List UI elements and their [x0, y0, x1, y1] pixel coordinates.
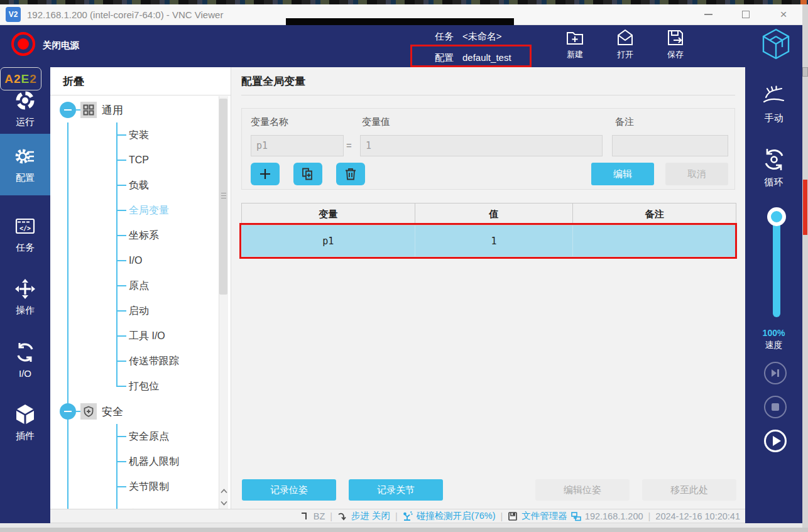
tree-item-io[interactable]: I/O: [50, 251, 214, 270]
open-button[interactable]: 打开: [606, 28, 645, 65]
collapse-toggle-icon[interactable]: [60, 102, 76, 118]
tree-root-label: 安全: [102, 404, 123, 419]
speed-readout: 100% 速度: [745, 328, 802, 351]
tree-scrollbar-thumb[interactable]: [219, 99, 227, 295]
tree-item-tcp[interactable]: TCP: [50, 151, 214, 170]
config-tree-panel: 折叠 通用 安装 TCP 负载 全局变量 坐标系 I/O 原点 启动 工具 I/…: [50, 67, 231, 509]
cancel-button[interactable]: 取消: [665, 163, 728, 185]
sidebar-label: 配置: [16, 172, 35, 184]
tree-item-home[interactable]: 原点: [50, 276, 214, 295]
sidebar-label: 操作: [16, 305, 35, 317]
cycle-label: 循环: [765, 176, 783, 188]
stop-button[interactable]: [764, 396, 787, 418]
background-widget: [802, 67, 808, 77]
sidebar-item-plugin[interactable]: 插件: [0, 393, 50, 453]
tree-root-general[interactable]: 通用: [50, 100, 231, 119]
power-off-button[interactable]: [11, 32, 35, 56]
collision-icon: [403, 511, 413, 521]
tree-item-robot-limit[interactable]: 机器人限制: [50, 452, 214, 471]
tree-root-safety[interactable]: 安全: [50, 402, 231, 421]
cell-value: 1: [415, 225, 573, 257]
table-row[interactable]: p1 1: [242, 225, 736, 257]
tree-item-tool-io[interactable]: 工具 I/O: [50, 327, 214, 345]
step-icon: [337, 511, 347, 521]
maximize-icon: [742, 11, 750, 18]
equals-sign: =: [346, 140, 352, 151]
ip-address: 192.168.1.200: [585, 511, 643, 521]
tree-item-pack-pos[interactable]: 打包位: [50, 377, 214, 396]
minimize-button[interactable]: [695, 4, 721, 24]
save-button[interactable]: 保存: [656, 28, 695, 65]
step-status[interactable]: 步进 关闭: [351, 510, 390, 522]
minimize-icon: [704, 14, 712, 15]
cycle-mode-button[interactable]: 循环: [745, 146, 802, 188]
scroll-down-icon[interactable]: [221, 501, 227, 506]
tree-item-startup[interactable]: 启动: [50, 301, 214, 320]
delete-variable-button[interactable]: [336, 163, 365, 185]
sidebar-label: 运行: [16, 116, 35, 128]
run-icon: [14, 89, 36, 112]
hand-icon: [761, 82, 787, 109]
tree-item-payload[interactable]: 负载: [50, 176, 214, 195]
speed-percent: 100%: [745, 328, 802, 338]
file-manager-link[interactable]: 文件管理器: [521, 510, 567, 522]
right-sidebar: 手动 循环 100% 速度: [745, 67, 802, 528]
edit-pose-button[interactable]: 编辑位姿: [535, 479, 630, 501]
value-input[interactable]: 1: [360, 135, 603, 156]
bz-status[interactable]: BZ: [314, 511, 325, 521]
save-icon: [665, 28, 685, 48]
speed-slider-track[interactable]: [773, 217, 780, 317]
sidebar-item-operate[interactable]: 操作: [0, 267, 50, 327]
new-button[interactable]: 新建: [555, 28, 594, 65]
collapse-header[interactable]: 折叠: [50, 67, 231, 95]
global-variable-panel: 配置全局变量 变量名称 变量值 备注 p1 = 1 编辑: [231, 67, 745, 509]
add-variable-button[interactable]: [251, 163, 280, 185]
move-here-button[interactable]: 移至此处: [642, 479, 736, 501]
step-forward-button[interactable]: [764, 362, 787, 384]
sidebar-label: 任务: [16, 242, 35, 254]
tree-item-safe-home[interactable]: 安全原点: [50, 427, 214, 446]
close-button[interactable]: ×: [770, 4, 797, 24]
file-manager-icon: [508, 511, 518, 521]
collapse-toggle-icon[interactable]: [60, 403, 76, 420]
power-off-label: 关闭电源: [43, 40, 79, 52]
maximize-button[interactable]: [733, 4, 759, 24]
cell-note: [573, 225, 736, 257]
edit-button[interactable]: 编辑: [591, 163, 654, 185]
sidebar-item-task[interactable]: </> 任务: [0, 204, 50, 264]
cycle-icon: [761, 146, 787, 173]
manual-mode-button[interactable]: 手动: [745, 82, 802, 124]
tree-scrollbar-buttons[interactable]: [219, 485, 228, 509]
left-sidebar: 运行 配置 </> 任务 操作 I/O: [0, 67, 50, 528]
variable-form: 变量名称 变量值 备注 p1 = 1 编辑 取消: [241, 108, 735, 190]
copy-variable-button[interactable]: [293, 163, 322, 185]
note-input[interactable]: [612, 135, 728, 156]
window-bottom-edge: [0, 523, 802, 528]
tree-item-conveyor[interactable]: 传送带跟踪: [50, 352, 214, 371]
tree-item-joint-limit[interactable]: 关节限制: [50, 477, 214, 496]
sidebar-item-config[interactable]: 配置: [0, 134, 50, 195]
brand-logo-icon: [761, 28, 791, 60]
name-input[interactable]: p1: [251, 135, 344, 156]
scroll-up-icon[interactable]: [221, 489, 227, 494]
sidebar-item-io[interactable]: I/O: [0, 330, 50, 390]
play-button[interactable]: [764, 430, 787, 452]
record-pose-button[interactable]: 记录位姿: [242, 479, 336, 501]
tree-item-global-variables[interactable]: 全局变量: [50, 201, 214, 220]
general-grid-icon: [80, 102, 97, 118]
config-indicator[interactable]: 配置 default_test: [435, 52, 511, 64]
tree-item-clipped[interactable]: 安全平面: [50, 504, 214, 509]
vnc-logo-icon: V2: [6, 7, 21, 22]
sidebar-item-run[interactable]: 运行: [0, 79, 50, 139]
config-value: default_test: [462, 52, 511, 64]
sidebar-label: I/O: [19, 368, 31, 379]
tree-item-coordinate[interactable]: 坐标系: [50, 226, 214, 245]
record-joint-button[interactable]: 记录关节: [349, 479, 443, 501]
speed-slider-knob[interactable]: [767, 207, 786, 226]
task-indicator: 任务 <未命名>: [435, 31, 502, 43]
tree-item-install[interactable]: 安装: [50, 126, 214, 144]
collision-status[interactable]: 碰撞检测开启(76%): [417, 510, 496, 522]
plus-icon: [258, 167, 272, 181]
datetime: 2024-12-16 10:20:41: [655, 511, 740, 521]
new-label: 新建: [567, 49, 583, 60]
